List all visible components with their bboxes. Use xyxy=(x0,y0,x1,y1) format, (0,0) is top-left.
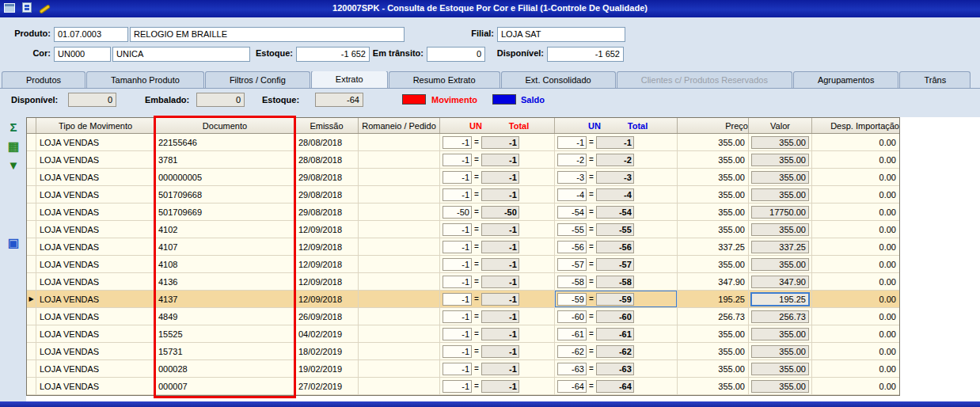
saldo-total-value: -63 xyxy=(596,363,634,375)
row-marker xyxy=(27,134,36,150)
header-documento[interactable]: Documento xyxy=(155,118,295,133)
table-row[interactable]: LOJA VENDAS 15731 18/02/2019 -1 = -1 -62… xyxy=(27,343,899,360)
cell-documento: 000000005 xyxy=(155,169,295,185)
cell-valor: 256.73 xyxy=(749,308,812,325)
saldo-un-value: -62 xyxy=(557,345,587,358)
cell-saldo: -59 = -59 xyxy=(555,291,678,307)
table-row[interactable]: LOJA VENDAS 000007 27/02/2019 -1 = -1 -6… xyxy=(27,378,899,395)
table-row[interactable]: LOJA VENDAS 000000005 29/08/2018 -1 = -1… xyxy=(27,169,899,186)
header-desp-importacao[interactable]: Desp. Importação xyxy=(812,118,899,133)
estoque-field[interactable]: -1 652 xyxy=(296,47,370,62)
cell-saldo: -4 = -4 xyxy=(555,186,678,203)
saldo-un-value: -63 xyxy=(557,363,587,375)
table-row[interactable]: LOJA VENDAS 4107 12/09/2018 -1 = -1 -56 … xyxy=(27,238,899,256)
summary-estoque-value: -64 xyxy=(315,93,363,107)
table-row[interactable]: ▶ LOJA VENDAS 4137 12/09/2018 -1 = -1 -5… xyxy=(27,291,899,308)
cor-code-field[interactable]: UN000 xyxy=(54,47,111,62)
cell-emissao: 12/09/2018 xyxy=(295,221,359,238)
cell-saldo: -1 = -1 xyxy=(555,134,678,150)
sigma-icon[interactable]: Σ xyxy=(5,120,22,135)
header-mov-total: Total xyxy=(499,121,539,131)
header-romaneio-pedido[interactable]: Romaneio / Pedido xyxy=(359,118,440,133)
produto-code-field[interactable]: 01.07.0003 xyxy=(54,27,128,42)
header-preco[interactable]: Preço xyxy=(678,118,749,133)
tab-filtros-config[interactable]: Filtros / Config xyxy=(205,71,310,88)
valor-value: 355.00 xyxy=(751,258,809,271)
mov-total-value: -1 xyxy=(481,188,519,201)
window-icon[interactable] xyxy=(4,3,15,13)
table-row[interactable]: LOJA VENDAS 4136 12/09/2018 -1 = -1 -58 … xyxy=(27,273,899,291)
tab-ext-consolidado[interactable]: Ext. Consolidado xyxy=(501,71,616,88)
mov-un-value: -1 xyxy=(443,310,472,323)
cell-romaneio-pedido xyxy=(359,343,440,359)
mov-un-value: -1 xyxy=(443,188,472,201)
mov-total-value: -1 xyxy=(481,223,519,236)
tab-produtos[interactable]: Produtos xyxy=(2,71,85,88)
tab-tr-ns[interactable]: Trâns xyxy=(899,71,971,88)
export-grid-icon[interactable]: ▦ xyxy=(5,139,22,154)
app-icon[interactable] xyxy=(22,2,32,13)
download-icon[interactable]: ▼ xyxy=(5,158,22,173)
cell-tipo-movimento: LOJA VENDAS xyxy=(36,134,155,150)
mov-total-value: -1 xyxy=(481,310,519,323)
cell-documento: 4136 xyxy=(155,273,295,290)
valor-value: 355.00 xyxy=(751,328,809,340)
disponivel-field[interactable]: -1 652 xyxy=(547,47,624,62)
filial-field[interactable]: LOJA SAT xyxy=(497,27,625,42)
mov-total-value: -50 xyxy=(481,206,519,219)
header-saldo-group[interactable]: UN Total xyxy=(555,118,678,133)
tab-agrupamentos[interactable]: Agrupamentos xyxy=(793,71,899,88)
legend-movimento-label: Movimento xyxy=(431,95,477,105)
mov-total-value: -1 xyxy=(481,258,519,271)
image-icon[interactable]: ▣ xyxy=(5,236,22,250)
table-row[interactable]: LOJA VENDAS 3781 28/08/2018 -1 = -1 -2 =… xyxy=(27,151,899,169)
header-movimento-group[interactable]: UN Total xyxy=(440,118,555,133)
cell-tipo-movimento: LOJA VENDAS xyxy=(36,273,155,290)
produto-name-field[interactable]: RELOGIO EM BRAILLE xyxy=(130,27,405,42)
cell-saldo: -57 = -57 xyxy=(555,256,678,272)
cell-movimento: -1 = -1 xyxy=(440,343,555,359)
tab-resumo-extrato[interactable]: Resumo Extrato xyxy=(389,71,500,88)
saldo-total-value: -56 xyxy=(596,241,634,253)
cell-movimento: -1 = -1 xyxy=(440,291,555,307)
valor-value: 195.25 xyxy=(751,293,809,306)
table-row[interactable]: LOJA VENDAS 000028 19/02/2019 -1 = -1 -6… xyxy=(27,360,899,378)
cell-tipo-movimento: LOJA VENDAS xyxy=(36,325,155,342)
table-row[interactable]: LOJA VENDAS 22155646 28/08/2018 -1 = -1 … xyxy=(27,134,899,151)
cor-name-field[interactable]: UNICA xyxy=(112,47,250,62)
equals-sign: = xyxy=(474,207,479,216)
row-marker xyxy=(27,186,36,203)
cell-preco: 355.00 xyxy=(678,325,749,342)
tab-extrato[interactable]: Extrato xyxy=(311,71,388,88)
table-row[interactable]: LOJA VENDAS 15525 04/02/2019 -1 = -1 -61… xyxy=(27,325,899,343)
cell-movimento: -50 = -50 xyxy=(440,204,555,220)
row-marker xyxy=(27,169,36,185)
em-transito-field[interactable]: 0 xyxy=(427,47,485,62)
header-emissao[interactable]: Emissão xyxy=(295,118,359,133)
cell-preco: 355.00 xyxy=(678,360,749,377)
table-row[interactable]: LOJA VENDAS 4849 26/09/2018 -1 = -1 -60 … xyxy=(27,308,899,325)
mov-un-value: -1 xyxy=(443,363,472,375)
cell-desp-importacao: 0.00 xyxy=(812,238,899,255)
table-row[interactable]: LOJA VENDAS 4108 12/09/2018 -1 = -1 -57 … xyxy=(27,256,899,273)
wrench-icon[interactable] xyxy=(39,4,51,14)
summary-embalado-value: 0 xyxy=(196,93,245,107)
row-marker: ▶ xyxy=(27,291,36,307)
header-tipo-movimento[interactable]: Tipo de Movimento xyxy=(36,118,155,133)
equals-sign: = xyxy=(589,347,594,356)
saldo-total-value: -59 xyxy=(596,293,634,306)
saldo-un-value: -4 xyxy=(557,188,587,201)
cell-documento: 3781 xyxy=(155,151,295,168)
saldo-un-value: -64 xyxy=(557,380,587,393)
header-valor[interactable]: Valor xyxy=(749,118,812,133)
tab-clientes-c-produtos-reservados[interactable]: Clientes c/ Produtos Reservados xyxy=(617,71,792,88)
table-row[interactable]: LOJA VENDAS 4102 12/09/2018 -1 = -1 -55 … xyxy=(27,221,899,238)
table-row[interactable]: LOJA VENDAS 501709668 29/08/2018 -1 = -1… xyxy=(27,186,899,204)
cell-tipo-movimento: LOJA VENDAS xyxy=(36,151,155,168)
mov-total-value: -1 xyxy=(481,328,519,340)
tab-tamanho-produto[interactable]: Tamanho Produto xyxy=(86,71,204,88)
cell-movimento: -1 = -1 xyxy=(440,325,555,342)
equals-sign: = xyxy=(589,173,594,181)
table-row[interactable]: LOJA VENDAS 501709669 29/08/2018 -50 = -… xyxy=(27,204,899,221)
cell-valor: 355.00 xyxy=(749,360,812,377)
